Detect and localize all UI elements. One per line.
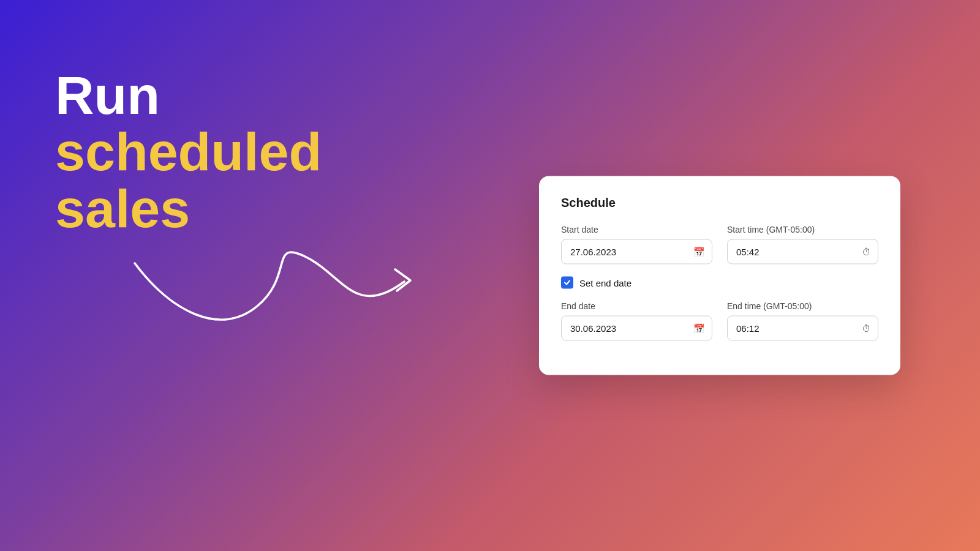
set-end-date-checkbox[interactable]	[561, 277, 573, 289]
start-date-label: Start date	[561, 225, 712, 234]
start-date-input[interactable]	[561, 239, 712, 264]
set-end-date-label: Set end date	[579, 277, 631, 288]
end-time-group: End time (GMT-05:00) ⏱	[727, 301, 878, 341]
start-row: Start date 📅 Start time (GMT-05:00) ⏱	[561, 225, 878, 264]
start-time-label: Start time (GMT-05:00)	[727, 225, 878, 234]
start-time-input-wrapper: ⏱	[727, 239, 878, 264]
end-time-label: End time (GMT-05:00)	[727, 301, 878, 311]
set-end-date-row[interactable]: Set end date	[561, 277, 878, 289]
card-title: Schedule	[561, 196, 878, 210]
end-row: End date 📅 End time (GMT-05:00) ⏱	[561, 301, 878, 341]
start-date-input-wrapper: 📅	[561, 239, 712, 264]
start-time-input[interactable]	[727, 239, 878, 264]
end-time-input-wrapper: ⏱	[727, 316, 878, 341]
end-date-input-wrapper: 📅	[561, 316, 712, 341]
end-date-label: End date	[561, 301, 712, 311]
end-time-input[interactable]	[727, 316, 878, 341]
hero-line-2: scheduled	[55, 124, 322, 180]
background: Run scheduled sales Schedule Start date …	[0, 0, 980, 551]
checkmark-icon	[564, 279, 571, 287]
start-time-group: Start time (GMT-05:00) ⏱	[727, 225, 878, 264]
end-date-group: End date 📅	[561, 301, 712, 341]
hero-line-1: Run	[55, 67, 322, 124]
end-date-input[interactable]	[561, 316, 712, 341]
decorative-arrow-icon	[123, 227, 429, 349]
schedule-card: Schedule Start date 📅 Start time (GMT-05…	[539, 176, 900, 375]
start-date-group: Start date 📅	[561, 225, 712, 264]
hero-text-block: Run scheduled sales	[55, 67, 322, 237]
